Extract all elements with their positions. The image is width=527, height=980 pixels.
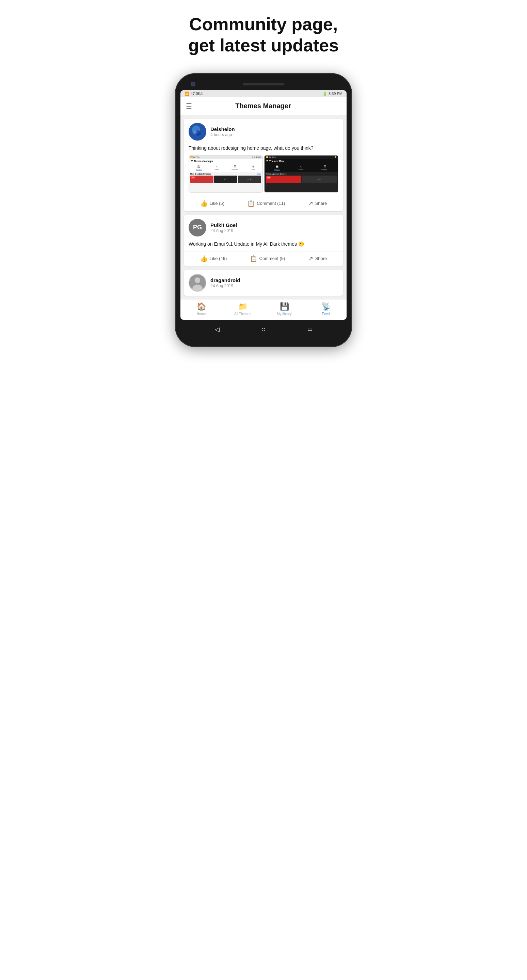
nav-label-home: Home xyxy=(197,312,206,316)
speed-indicator: 47.0K/s xyxy=(191,92,203,95)
allthemes-nav-icon: 📁 xyxy=(238,302,247,311)
post-time-3: 24 Aug 2019 xyxy=(210,283,240,288)
nav-label-feed: Feed xyxy=(322,312,330,316)
thumb-dark-2: 9:57 xyxy=(302,176,337,183)
post-body-1: Thinking about redesigning home page, wh… xyxy=(184,143,343,155)
feed-scroll: Deishelon 4 hours ago Thinking about red… xyxy=(180,115,347,299)
status-bar: 📶 47.0K/s 🔋 8:39 PM xyxy=(180,90,347,97)
avatar-dragandroid xyxy=(189,274,206,292)
mini-app-light: 📶 687B/s🔋 6:48PM ☰Themes Manager 🏠For yo… xyxy=(189,156,263,192)
post-body-2: Working on Emui 9.1 Update in My All Dar… xyxy=(184,239,343,251)
phone-screen: 📶 47.0K/s 🔋 8:39 PM ☰ Themes Manager xyxy=(180,90,347,320)
nav-item-allthemes[interactable]: 📁 All Themes xyxy=(232,302,253,316)
avatar-deishelon xyxy=(189,123,206,140)
battery-icon: 🔋 xyxy=(322,92,327,96)
like-icon-1: 👍 xyxy=(200,200,208,207)
post-author-2: Pulkit Goel xyxy=(210,222,237,228)
post-header-2: PG Pulkit Goel 24 Aug 2019 xyxy=(184,215,343,239)
headline-line1: Community page, xyxy=(189,14,338,34)
mini-tabs-dark: 🏠For you AFonts 🖼Wallpap.. xyxy=(264,164,338,172)
page-headline: Community page, get latest updates xyxy=(188,14,339,56)
like-btn-1[interactable]: 👍 Like (5) xyxy=(200,200,224,207)
mini-tab-fonts-dark: AFonts xyxy=(299,165,303,171)
mini-tab-foryou-dark: 🏠For you xyxy=(274,165,280,171)
thumb-3: 22:47 xyxy=(238,176,261,183)
post-card-1: Deishelon 4 hours ago Thinking about red… xyxy=(184,119,343,211)
person-avatar-svg xyxy=(189,274,205,292)
post-card-3: dragandroid 24 Aug 2019 xyxy=(184,270,343,296)
app-bar: ☰ Themes Manager xyxy=(180,97,347,115)
post-actions-1: 👍 Like (5) 📋 Comment (11) ↗ Share xyxy=(184,196,343,211)
mini-tab-foryou: 🏠For you xyxy=(196,165,202,171)
status-left: 📶 47.0K/s xyxy=(185,92,203,96)
phone-speaker xyxy=(243,83,284,86)
post-header-3: dragandroid 24 Aug 2019 xyxy=(184,270,343,294)
svg-point-3 xyxy=(193,130,197,134)
wifi-icon: 📶 xyxy=(185,92,189,96)
comment-icon-1: 📋 xyxy=(247,200,255,207)
nav-label-allthemes: All Themes xyxy=(234,312,251,316)
home-nav-icon: 🏠 xyxy=(197,302,206,311)
mini-status-dark: 📶 17.6K/s🔋 xyxy=(264,156,338,159)
post-meta-2: Pulkit Goel 24 Aug 2019 xyxy=(210,222,237,233)
comment-btn-1[interactable]: 📋 Comment (11) xyxy=(247,200,285,207)
home-button[interactable] xyxy=(260,325,267,334)
post-author-1: Deishelon xyxy=(210,126,235,132)
mini-tabs-light: 🏠For you AFonts 🖼Wallpap.. ⊞Icons xyxy=(189,164,263,172)
screenshot-dark: 📶 17.6K/s🔋 ☰Themes Man 🏠For you AF xyxy=(264,155,338,192)
nav-item-feed[interactable]: 📡 Feed xyxy=(315,302,336,316)
like-btn-2[interactable]: 👍 Like (49) xyxy=(200,255,227,262)
mini-content-dark: New & updated themes New 9:57 xyxy=(264,172,338,192)
post-card-2: PG Pulkit Goel 24 Aug 2019 Working on Em… xyxy=(184,215,343,266)
post-screenshots-1: 📶 687B/s🔋 6:48PM ☰Themes Manager 🏠For yo… xyxy=(184,155,343,196)
share-btn-2[interactable]: ↗ Share xyxy=(308,255,327,262)
recents-button[interactable] xyxy=(306,325,314,334)
like-icon-2: 👍 xyxy=(200,255,208,262)
thumb-2: 9:57 xyxy=(214,176,237,183)
time-display: 8:39 PM xyxy=(328,92,342,95)
avatar-svg xyxy=(189,123,206,140)
share-icon-2: ↗ xyxy=(308,255,313,262)
svg-point-5 xyxy=(195,277,201,283)
mini-content-light: New & updated themes More New 9:57 xyxy=(189,172,263,192)
share-icon-1: ↗ xyxy=(308,200,313,207)
nav-item-home[interactable]: 🏠 Home xyxy=(191,302,212,316)
post-meta-1: Deishelon 4 hours ago xyxy=(210,126,235,137)
menu-icon[interactable]: ☰ xyxy=(186,102,192,110)
mini-tab-icons: ⊞Icons xyxy=(251,165,255,171)
post-time-2: 24 Aug 2019 xyxy=(210,228,237,233)
phone-top-area xyxy=(180,80,347,90)
comment-icon-2: 📋 xyxy=(250,255,257,262)
mini-status-light: 📶 687B/s🔋 6:48PM xyxy=(189,156,263,159)
share-btn-1[interactable]: ↗ Share xyxy=(308,200,327,207)
bottom-nav: 🏠 Home 📁 All Themes 💾 My library 📡 Feed xyxy=(180,299,347,320)
nav-label-mylibrary: My library xyxy=(277,312,291,316)
nav-item-mylibrary[interactable]: 💾 My library xyxy=(274,302,295,316)
post-meta-3: dragandroid 24 Aug 2019 xyxy=(210,277,240,288)
mini-appbar-light: ☰Themes Manager xyxy=(189,159,263,164)
post-author-3: dragandroid xyxy=(210,277,240,283)
app-title: Themes Manager xyxy=(196,102,330,110)
headline-line2: get latest updates xyxy=(188,35,339,55)
mini-tab-wallpapers: 🖼Wallpap.. xyxy=(231,165,239,171)
post-time-1: 4 hours ago xyxy=(210,132,235,137)
feed-nav-icon: 📡 xyxy=(322,302,331,311)
comment-btn-2[interactable]: 📋 Comment (9) xyxy=(250,255,285,262)
back-button[interactable] xyxy=(213,325,221,334)
post-header-1: Deishelon 4 hours ago xyxy=(184,119,343,143)
mini-app-dark: 📶 17.6K/s🔋 ☰Themes Man 🏠For you AF xyxy=(264,156,338,192)
status-right: 🔋 8:39 PM xyxy=(322,92,342,96)
screenshot-light: 📶 687B/s🔋 6:48PM ☰Themes Manager 🏠For yo… xyxy=(189,155,263,192)
post-actions-2: 👍 Like (49) 📋 Comment (9) ↗ Share xyxy=(184,251,343,266)
phone-camera xyxy=(191,82,196,86)
mini-tab-fonts: AFonts xyxy=(215,165,219,171)
avatar-pulkit: PG xyxy=(189,219,206,237)
phone-shell: 📶 47.0K/s 🔋 8:39 PM ☰ Themes Manager xyxy=(175,73,352,347)
thumb-dark-1 xyxy=(266,176,301,183)
mini-tab-wallpapers-dark: 🖼Wallpap.. xyxy=(321,165,328,171)
mini-appbar-dark: ☰Themes Man xyxy=(264,159,338,164)
mylibrary-nav-icon: 💾 xyxy=(280,302,289,311)
phone-bottom-nav xyxy=(180,320,347,337)
